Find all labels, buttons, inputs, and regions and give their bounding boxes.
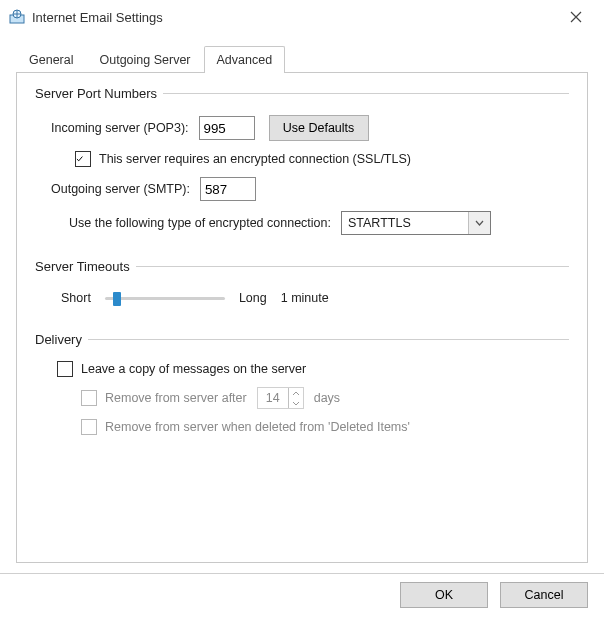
check-icon [76,153,83,165]
group-legend-ports: Server Port Numbers [35,86,163,101]
encryption-type-label: Use the following type of encrypted conn… [69,216,331,230]
outgoing-server-port-input[interactable] [200,177,256,201]
remove-after-label: Remove from server after [105,391,247,405]
close-icon [570,11,582,23]
incoming-server-port-input[interactable] [199,116,255,140]
group-delivery: Delivery Leave a copy of messages on the… [35,332,569,445]
cancel-button[interactable]: Cancel [500,582,588,608]
leave-copy-checkbox[interactable] [57,361,73,377]
spinner-down [289,398,303,408]
use-defaults-button[interactable]: Use Defaults [269,115,369,141]
tab-advanced[interactable]: Advanced [204,46,286,73]
ssl-checkbox[interactable] [75,151,91,167]
title-bar: Internet Email Settings [0,0,604,34]
close-button[interactable] [556,5,596,29]
tab-content-advanced: Server Port Numbers Incoming server (POP… [16,72,588,563]
dialog-footer: OK Cancel [0,573,604,622]
encryption-type-select[interactable]: STARTTLS [341,211,491,235]
chevron-down-icon [292,401,300,406]
leave-copy-label: Leave a copy of messages on the server [81,362,306,376]
tab-general[interactable]: General [16,46,86,73]
timeout-short-label: Short [61,291,91,305]
app-icon [8,8,26,26]
group-legend-delivery: Delivery [35,332,88,347]
chevron-up-icon [292,391,300,396]
outgoing-server-label: Outgoing server (SMTP): [51,182,190,196]
timeout-slider[interactable] [105,288,225,308]
spinner-up [289,388,303,398]
chevron-down-icon [475,220,484,226]
ssl-checkbox-label: This server requires an encrypted connec… [99,152,411,166]
slider-thumb[interactable] [113,292,121,306]
remove-after-value: 14 [258,391,288,405]
dropdown-arrow [468,212,490,234]
ok-button[interactable]: OK [400,582,488,608]
timeout-value-label: 1 minute [281,291,329,305]
remove-when-deleted-checkbox [81,419,97,435]
encryption-type-value: STARTTLS [348,216,468,230]
incoming-server-label: Incoming server (POP3): [51,121,189,135]
remove-when-deleted-label: Remove from server when deleted from 'De… [105,420,410,434]
remove-after-spinner: 14 [257,387,304,409]
window-title: Internet Email Settings [32,10,556,25]
timeout-long-label: Long [239,291,267,305]
remove-after-checkbox [81,390,97,406]
group-server-timeouts: Server Timeouts Short Long 1 minute [35,259,569,318]
remove-after-unit: days [314,391,340,405]
group-server-port-numbers: Server Port Numbers Incoming server (POP… [35,86,569,245]
group-legend-timeouts: Server Timeouts [35,259,136,274]
tab-strip: General Outgoing Server Advanced [0,34,604,73]
tab-outgoing-server[interactable]: Outgoing Server [86,46,203,73]
email-settings-dialog: Internet Email Settings General Outgoing… [0,0,604,622]
